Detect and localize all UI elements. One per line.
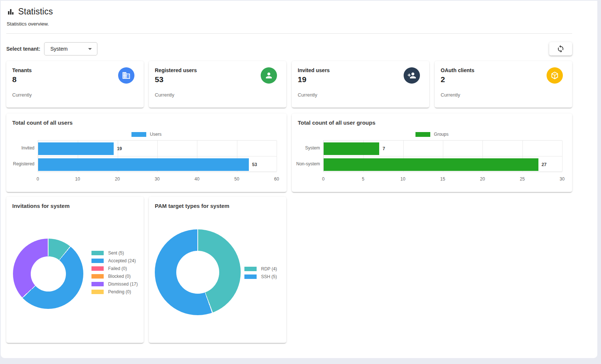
sync-icon <box>557 45 565 53</box>
stat-card-registered-users: Registered users 53 Currently <box>149 61 286 108</box>
chevron-down-icon <box>88 48 92 50</box>
legend-label: RDP (4) <box>261 266 277 272</box>
donut-chart <box>13 239 83 309</box>
legend-label: Accepted (24) <box>108 258 136 263</box>
legend-swatch <box>415 132 430 137</box>
x-axis-ticks: 051015202530 <box>323 176 562 182</box>
stat-caption: Currently <box>155 92 174 98</box>
legend-label: Sent (5) <box>108 250 124 256</box>
legend-swatch <box>91 259 104 263</box>
bar-row: 53 <box>38 156 277 172</box>
cube-icon <box>547 67 563 84</box>
legend-item-failed[interactable]: Failed (0) <box>91 264 138 272</box>
page-subtitle: Statistics overview. <box>7 21 49 27</box>
tenant-select-label: Select tenant: <box>6 46 40 52</box>
chart-title: Invitations for system <box>12 203 70 209</box>
stat-card-tenants: Tenants 8 Currently <box>6 61 144 108</box>
x-tick-label: 0 <box>322 176 325 182</box>
x-axis-ticks: 0102030405060 <box>38 176 277 182</box>
person-icon <box>261 67 277 84</box>
x-tick-label: 60 <box>274 176 279 182</box>
chart-title: PAM target types for system <box>155 203 229 209</box>
legend-swatch <box>91 251 104 255</box>
bar-value-label: 27 <box>542 162 547 167</box>
x-tick-label: 15 <box>440 176 445 182</box>
x-tick-label: 50 <box>234 176 239 182</box>
x-tick-label: 20 <box>480 176 485 182</box>
bar <box>38 142 114 155</box>
legend-item-ssh[interactable]: SSH (5) <box>244 273 277 280</box>
bar-chart: InvitedRegistered 1953 <box>6 140 277 172</box>
bar-value-label: 53 <box>252 162 257 167</box>
bar-value-label: 19 <box>117 146 122 151</box>
donut-legend: Sent (5)Accepted (24)Failed (0)Blocked (… <box>91 249 138 296</box>
legend-item-accepted[interactable]: Accepted (24) <box>91 257 138 264</box>
groups-bar-chart-card: Total count of all user groups Groups Sy… <box>292 114 572 192</box>
bar-row: 27 <box>324 156 562 172</box>
x-tick-label: 25 <box>520 176 525 182</box>
legend-swatch <box>131 132 146 137</box>
legend-label: Groups <box>434 132 448 137</box>
x-tick-label: 10 <box>400 176 405 182</box>
building-icon <box>118 67 134 84</box>
x-tick-label: 0 <box>37 176 39 182</box>
legend-label: Failed (0) <box>108 266 127 271</box>
x-tick-label: 20 <box>115 176 120 182</box>
category-axis: SystemNon-system <box>292 140 323 172</box>
legend-swatch <box>91 290 104 294</box>
bar-chart: SystemNon-system 727 <box>292 140 562 172</box>
tenant-select[interactable]: System <box>44 42 97 55</box>
legend-label: SSH (5) <box>261 274 277 279</box>
x-tick-label: 10 <box>75 176 80 182</box>
x-tick-label: 30 <box>560 176 564 182</box>
plot-area: 1953 <box>38 140 277 172</box>
donut-legend: RDP (4)SSH (5) <box>244 265 277 280</box>
y-axis-label: Invited <box>6 140 34 156</box>
chart-legend[interactable]: Users <box>6 132 287 137</box>
stat-card-invited-users: Invited users 19 Currently <box>292 61 429 108</box>
x-tick-label: 30 <box>155 176 160 182</box>
x-tick-label: 5 <box>362 176 364 182</box>
legend-label: Users <box>150 132 161 137</box>
stat-caption: Currently <box>441 92 460 98</box>
legend-item-blocked[interactable]: Blocked (0) <box>91 272 138 280</box>
bar-value-label: 7 <box>383 146 385 151</box>
bar <box>38 158 249 171</box>
users-bar-chart-card: Total count of all users Users InvitedRe… <box>6 114 287 192</box>
chart-title: Total count of all users <box>12 119 73 126</box>
refresh-button[interactable] <box>549 42 572 55</box>
legend-swatch <box>244 267 257 271</box>
stat-card-oauth-clients: OAuth clients 2 Currently <box>435 61 572 108</box>
legend-swatch <box>91 266 104 271</box>
gridline <box>562 141 562 172</box>
person-add-icon <box>404 67 420 84</box>
x-tick-label: 40 <box>194 176 199 182</box>
gridline <box>277 141 277 172</box>
stat-caption: Currently <box>12 92 32 98</box>
chart-legend[interactable]: Groups <box>292 132 572 137</box>
page-title: Statistics <box>18 7 53 17</box>
pam-donut-card: PAM target types for system RDP (4)SSH (… <box>149 197 286 343</box>
legend-label: Pending (0) <box>108 289 131 294</box>
bar-chart-icon <box>7 8 15 16</box>
legend-label: Dismissed (17) <box>108 282 138 287</box>
legend-label: Blocked (0) <box>108 274 131 279</box>
stat-caption: Currently <box>298 92 317 98</box>
plot-area: 727 <box>323 140 562 172</box>
chart-title: Total count of all user groups <box>298 119 375 126</box>
category-axis: InvitedRegistered <box>6 140 38 172</box>
page-header: Statistics <box>7 7 53 17</box>
legend-item-rdp[interactable]: RDP (4) <box>244 265 277 273</box>
invitations-donut-card: Invitations for system Sent (5)Accepted … <box>6 197 144 343</box>
legend-item-sent[interactable]: Sent (5) <box>91 249 138 257</box>
donut-chart <box>155 229 241 315</box>
y-axis-label: System <box>292 140 320 156</box>
legend-swatch <box>91 282 104 286</box>
legend-item-dismissed[interactable]: Dismissed (17) <box>91 280 138 288</box>
tenant-select-value: System <box>50 46 68 52</box>
bar <box>324 142 379 155</box>
bar-row: 7 <box>324 141 562 156</box>
legend-item-pending[interactable]: Pending (0) <box>91 288 138 296</box>
header-divider <box>6 33 572 34</box>
bar <box>324 158 538 171</box>
